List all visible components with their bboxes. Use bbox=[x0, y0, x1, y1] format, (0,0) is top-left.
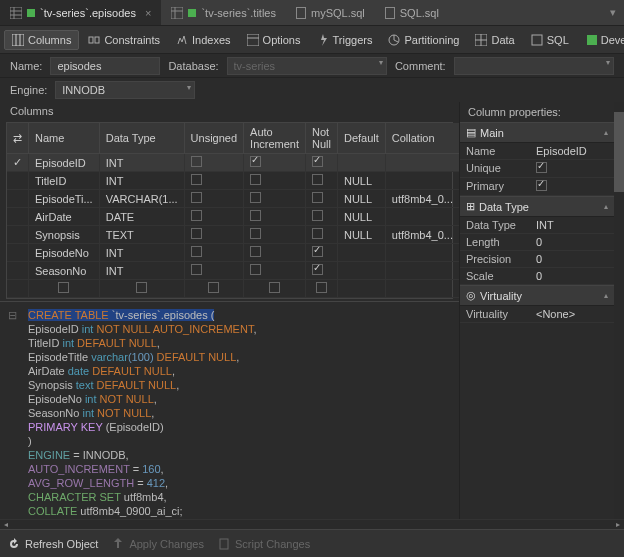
fold-gutter-icon[interactable]: ⊟ bbox=[8, 308, 17, 322]
sql-file-icon bbox=[385, 7, 395, 19]
engine-label: Engine: bbox=[10, 84, 47, 96]
checkbox-icon[interactable] bbox=[191, 192, 202, 203]
prop-row[interactable]: Primary bbox=[460, 178, 614, 196]
database-combo[interactable] bbox=[227, 57, 387, 75]
close-icon[interactable]: × bbox=[145, 7, 151, 19]
horizontal-scrollbar[interactable]: ◂▸ bbox=[0, 519, 624, 529]
col-unsigned[interactable]: Unsigned bbox=[184, 123, 243, 154]
column-properties-title: Column properties: bbox=[460, 102, 614, 122]
prop-group-virtuality[interactable]: ◎Virtuality▴ bbox=[460, 285, 614, 306]
tab-label: mySQL.sql bbox=[311, 7, 365, 19]
triggers-icon bbox=[317, 34, 329, 46]
sql-preview[interactable]: ⊟ CREATE TABLE `tv-series`.episodes ( Ep… bbox=[0, 301, 459, 519]
checkbox-icon[interactable] bbox=[191, 210, 202, 221]
tab-episodes[interactable]: `tv-series`.episodes × bbox=[0, 0, 161, 25]
checkbox-icon[interactable] bbox=[250, 210, 261, 221]
name-input[interactable] bbox=[50, 57, 160, 75]
checkbox-icon[interactable] bbox=[312, 246, 323, 257]
svg-rect-12 bbox=[247, 34, 259, 46]
checkbox-icon[interactable] bbox=[191, 174, 202, 185]
svg-rect-11 bbox=[95, 37, 99, 43]
tabs-menu-icon[interactable]: ▾ bbox=[602, 6, 624, 19]
table-row[interactable]: SynopsisTEXTNULLutf8mb4_0... bbox=[7, 226, 459, 244]
group-icon: ◎ bbox=[466, 289, 476, 302]
tab-label: `tv-series`.episodes bbox=[40, 7, 136, 19]
checkbox-icon[interactable] bbox=[250, 246, 261, 257]
table-properties: Name: Database: Comment: bbox=[0, 54, 624, 78]
col-name[interactable]: Name bbox=[29, 123, 100, 154]
prop-row[interactable]: Length0 bbox=[460, 234, 614, 251]
table-row[interactable]: EpisodeNoINT bbox=[7, 244, 459, 262]
tab-sql-sql[interactable]: SQL.sql bbox=[375, 0, 449, 25]
group-icon: ⊞ bbox=[466, 200, 475, 213]
svg-rect-21 bbox=[220, 539, 228, 549]
checkbox-icon[interactable] bbox=[312, 264, 323, 275]
checkbox-icon[interactable] bbox=[250, 174, 261, 185]
options-tab[interactable]: Options bbox=[240, 31, 308, 49]
partitioning-tab[interactable]: Partitioning bbox=[381, 31, 466, 49]
data-tab[interactable]: Data bbox=[468, 31, 521, 49]
prop-row[interactable]: Scale0 bbox=[460, 268, 614, 285]
checkbox-icon[interactable] bbox=[191, 156, 202, 167]
col-datatype[interactable]: Data Type bbox=[99, 123, 184, 154]
options-icon bbox=[247, 34, 259, 46]
dev-dot-icon bbox=[587, 35, 597, 45]
rowhandle-header[interactable]: ⇄ bbox=[7, 123, 29, 154]
tab-mysql-sql[interactable]: mySQL.sql bbox=[286, 0, 375, 25]
prop-row[interactable]: Data TypeINT bbox=[460, 217, 614, 234]
columns-grid: ⇄ Name Data Type Unsigned Auto Increment… bbox=[6, 122, 453, 299]
bottom-toolbar: Refresh Object Apply Changes Script Chan… bbox=[0, 529, 624, 557]
col-default[interactable]: Default bbox=[337, 123, 385, 154]
triggers-tab[interactable]: Triggers bbox=[310, 31, 380, 49]
checkbox-icon[interactable] bbox=[250, 228, 261, 239]
collapse-icon[interactable]: ▴ bbox=[604, 128, 608, 137]
table-row[interactable]: EpisodeTi...VARCHAR(1...NULLutf8mb4_0... bbox=[7, 190, 459, 208]
table-row[interactable]: TitleIDINTNULL bbox=[7, 172, 459, 190]
checkbox-icon[interactable] bbox=[312, 174, 323, 185]
checkbox-icon[interactable] bbox=[536, 180, 547, 191]
prop-group-datatype[interactable]: ⊞Data Type▴ bbox=[460, 196, 614, 217]
sql-tab[interactable]: SQL bbox=[524, 31, 576, 49]
vertical-scrollbar[interactable] bbox=[614, 102, 624, 519]
collapse-icon[interactable]: ▴ bbox=[604, 202, 608, 211]
svg-line-16 bbox=[394, 40, 398, 42]
constraints-tab[interactable]: Constraints bbox=[81, 31, 167, 49]
tab-label: SQL.sql bbox=[400, 7, 439, 19]
tab-titles[interactable]: `tv-series`.titles bbox=[161, 0, 286, 25]
checkbox-icon[interactable] bbox=[312, 210, 323, 221]
checkbox-icon[interactable] bbox=[191, 264, 202, 275]
comment-input[interactable] bbox=[454, 57, 614, 75]
prop-group-main[interactable]: ▤Main▴ bbox=[460, 122, 614, 143]
grid-empty-row[interactable] bbox=[7, 280, 459, 298]
table-row[interactable]: AirDateDATENULL bbox=[7, 208, 459, 226]
prop-row[interactable]: Precision0 bbox=[460, 251, 614, 268]
table-row[interactable]: ✓EpisodeIDINT bbox=[7, 154, 459, 172]
checkbox-icon[interactable] bbox=[312, 192, 323, 203]
svg-rect-4 bbox=[171, 7, 183, 19]
columns-tab[interactable]: Columns bbox=[4, 30, 79, 50]
collapse-icon[interactable]: ▴ bbox=[604, 291, 608, 300]
prop-row[interactable]: Virtuality<None> bbox=[460, 306, 614, 323]
indexes-icon bbox=[176, 34, 188, 46]
checkbox-icon[interactable] bbox=[536, 162, 547, 173]
checkbox-icon[interactable] bbox=[250, 192, 261, 203]
checkbox-icon[interactable] bbox=[250, 264, 261, 275]
prop-row[interactable]: Unique bbox=[460, 160, 614, 178]
engine-combo[interactable] bbox=[55, 81, 195, 99]
checkbox-icon[interactable] bbox=[312, 228, 323, 239]
col-notnull[interactable]: Not Null bbox=[306, 123, 338, 154]
col-collation[interactable]: Collation bbox=[385, 123, 459, 154]
sql-icon bbox=[531, 34, 543, 46]
table-row[interactable]: SeasonNoINT bbox=[7, 262, 459, 280]
checkbox-icon[interactable] bbox=[191, 228, 202, 239]
checkbox-icon[interactable] bbox=[250, 156, 261, 167]
refresh-button[interactable]: Refresh Object bbox=[8, 538, 98, 550]
checkbox-icon[interactable] bbox=[312, 156, 323, 167]
svg-rect-0 bbox=[10, 7, 22, 19]
checkbox-icon[interactable] bbox=[191, 246, 202, 257]
col-autoinc[interactable]: Auto Increment bbox=[244, 123, 306, 154]
partitioning-icon bbox=[388, 34, 400, 46]
indexes-tab[interactable]: Indexes bbox=[169, 31, 238, 49]
development-mode[interactable]: Development▾ bbox=[580, 31, 624, 49]
prop-row[interactable]: NameEpisodeID bbox=[460, 143, 614, 160]
